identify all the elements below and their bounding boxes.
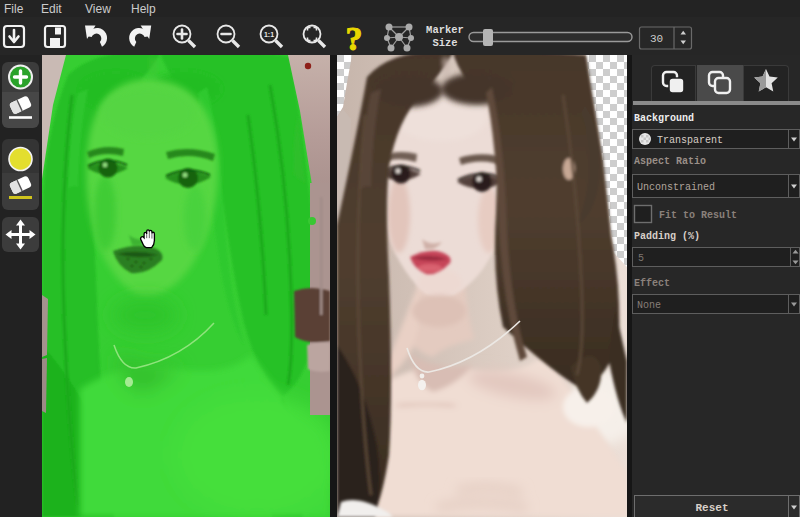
svg-text:5: 5 <box>638 253 644 264</box>
svg-text:Background: Background <box>634 113 694 124</box>
svg-text:Marker: Marker <box>426 24 464 36</box>
svg-text:None: None <box>637 300 661 311</box>
svg-text:Aspect Ratio: Aspect Ratio <box>634 156 706 167</box>
svg-text:Unconstrained: Unconstrained <box>637 182 715 193</box>
svg-text:1:1: 1:1 <box>264 31 274 38</box>
svg-text:Size: Size <box>432 37 457 49</box>
svg-text:Padding (%): Padding (%) <box>634 231 700 242</box>
svg-text:Transparent: Transparent <box>657 135 723 146</box>
svg-text:Reset: Reset <box>695 502 728 514</box>
svg-text:Effect: Effect <box>634 278 670 289</box>
svg-text:?: ? <box>346 20 363 55</box>
svg-text:Fit to Result: Fit to Result <box>659 210 737 221</box>
svg-text:30: 30 <box>650 33 663 45</box>
